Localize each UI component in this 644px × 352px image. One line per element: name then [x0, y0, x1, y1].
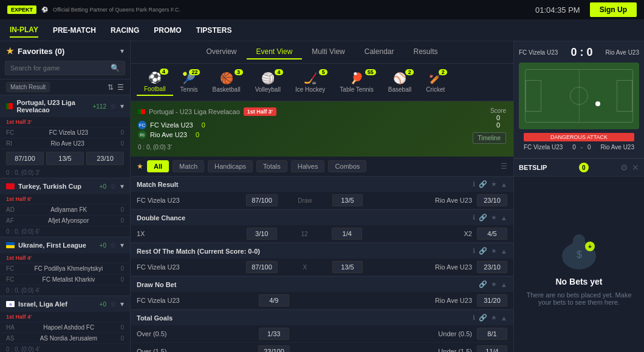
no-bets-desc: There are no bets placed yet. Make your …: [524, 291, 634, 306]
search-input[interactable]: [10, 64, 111, 72]
filter-handicaps[interactable]: Handicaps: [208, 160, 253, 172]
odd-btn-1[interactable]: 87/100: [6, 152, 44, 165]
tab-overview[interactable]: Overview: [196, 45, 246, 59]
banner-live-badge: 1st Half 3': [244, 107, 276, 116]
under-05-odd[interactable]: 8/1: [477, 328, 507, 340]
filter-totals[interactable]: Totals: [256, 160, 287, 172]
collapse-icon-match[interactable]: ▲: [501, 181, 507, 188]
sport-tab-icehockey[interactable]: 🏒 5 Ice Hockey: [288, 69, 332, 95]
nav-item-racing[interactable]: RACING: [111, 24, 139, 37]
collapse-icon-dc[interactable]: ▲: [501, 214, 507, 222]
info-icon-dc[interactable]: ℹ: [473, 214, 475, 222]
odd-rest-1[interactable]: 87/100: [246, 261, 278, 273]
match-result-row: FC Vizela U23 87/100 Draw 13/5 Rio Ave U…: [131, 192, 513, 209]
filter-settings-icon[interactable]: ☰: [501, 162, 507, 171]
league-portugal-header[interactable]: Portugal, U23 Liga Revelacao +112 ☆ ▾: [0, 95, 130, 117]
nav-item-inplay[interactable]: IN-PLAY: [10, 23, 38, 38]
tab-event-view[interactable]: Event View: [247, 45, 303, 59]
sport-tab-tennis[interactable]: 🎾 22 Tennis: [173, 69, 205, 95]
favorite-icon-il[interactable]: ☆: [110, 300, 117, 308]
sport-tab-football[interactable]: ⚽ 4 Football: [137, 69, 173, 96]
odd-mr-2[interactable]: 13/5: [332, 194, 363, 206]
sort-icon[interactable]: ⇅: [108, 83, 114, 92]
over-15-odd[interactable]: 23/100: [258, 345, 290, 352]
collapse-israel-icon[interactable]: ▾: [120, 300, 124, 308]
tab-multi-view[interactable]: Multi View: [302, 45, 354, 59]
sport-tab-baseball[interactable]: ⚾ 2 Baseball: [381, 69, 419, 95]
rest-label2: Rio Ave U23: [363, 263, 472, 271]
totals-title: Total Goals: [137, 314, 173, 322]
league-ukraine-header[interactable]: Ukraine, First League +0 ☆ ▾: [0, 237, 130, 253]
sport-tab-basketball[interactable]: 🏀 3 Basketball: [205, 69, 247, 95]
timeline-button[interactable]: Timeline: [473, 132, 506, 144]
odd-dnb-1[interactable]: 4/9: [259, 294, 289, 306]
betslip-settings-icon[interactable]: ⚙: [620, 163, 628, 172]
link-icon-match[interactable]: 🔗: [479, 180, 487, 188]
odd-btn-3[interactable]: 23/10: [86, 152, 124, 165]
odd-dc-2[interactable]: 1/4: [332, 228, 362, 240]
filter-combos[interactable]: Combos: [328, 160, 366, 172]
filter-all[interactable]: All: [147, 160, 169, 172]
live-badge: 1st Half 3': [6, 119, 32, 125]
betslip-close-icon[interactable]: ✕: [632, 163, 639, 172]
star-icon-dc[interactable]: ★: [491, 214, 497, 222]
settings-icon[interactable]: ☰: [117, 83, 124, 92]
signup-button[interactable]: Sign Up: [590, 2, 637, 17]
sport-tab-cricket[interactable]: 🏏 2 Cricket: [419, 69, 452, 95]
collapse-ukraine-icon[interactable]: ▾: [120, 241, 124, 249]
match-result-filter[interactable]: Match Result: [6, 82, 50, 92]
odd-mr-1[interactable]: 87/100: [246, 194, 278, 206]
collapse-icon-totals[interactable]: ▲: [501, 314, 507, 322]
info-icon-rest[interactable]: ℹ: [473, 247, 475, 255]
collapse-icon-rest[interactable]: ▲: [501, 248, 507, 255]
scoreboard-team1: FC Vizela U23: [519, 49, 558, 56]
odd-btn-2[interactable]: 13/5: [46, 152, 84, 165]
odd-rest-2[interactable]: 13/5: [332, 261, 363, 273]
odd-dc-1[interactable]: 3/10: [247, 228, 277, 240]
nav-bar: IN-PLAY PRE-MATCH RACING PROMO TIPSTERS: [0, 19, 644, 41]
under-15-label: Under (1.5): [351, 348, 472, 352]
link-icon-dnb[interactable]: 🔗: [479, 280, 487, 288]
link-icon-dc[interactable]: 🔗: [479, 214, 487, 222]
scoreboard: FC Vizela U23 0 : 0 Rio Ave U23 DANGEROU…: [514, 41, 644, 158]
nav-item-tipsters[interactable]: TIPSTERS: [196, 24, 232, 37]
star-icon-rest[interactable]: ★: [491, 247, 497, 255]
sport-tab-volleyball[interactable]: 🏐 4 Volleyball: [248, 69, 288, 95]
nav-item-promo[interactable]: PROMO: [154, 24, 181, 37]
collapse-turkey-icon[interactable]: ▾: [120, 182, 124, 191]
odd-rest-3[interactable]: 23/10: [477, 261, 507, 273]
svg-point-2: [573, 234, 585, 246]
collapse-icon-dnb[interactable]: ▲: [501, 281, 507, 288]
info-icon-totals[interactable]: ℹ: [473, 314, 475, 322]
filter-match[interactable]: Match: [173, 160, 204, 172]
team1-name-ua: FC Podillya Khmelnytskyi: [34, 265, 103, 272]
match-team1-ua: FC FC Podillya Khmelnytskyi 0: [0, 263, 130, 274]
favorite-icon[interactable]: ☆: [110, 102, 117, 110]
league-portugal-info: Portugal, U23 Liga Revelacao: [6, 99, 92, 113]
odd-dnb-2[interactable]: 31/20: [477, 294, 507, 306]
favorite-icon-ua[interactable]: ☆: [110, 241, 117, 249]
over-05-odd[interactable]: 1/33: [259, 328, 289, 340]
league-israel-header[interactable]: ✡ Israel, Liga Alef +0 ☆ ▾: [0, 296, 130, 312]
filter-halves[interactable]: Halves: [291, 160, 325, 172]
odd-mr-3[interactable]: 23/10: [477, 194, 507, 206]
under-15-odd[interactable]: 11/4: [477, 345, 507, 352]
star-icon-totals[interactable]: ★: [491, 314, 497, 322]
tabletennis-count: 55: [365, 69, 376, 75]
favorite-icon-tr[interactable]: ☆: [110, 182, 117, 191]
collapse-league-icon[interactable]: ▾: [120, 102, 124, 110]
tab-calendar[interactable]: Calendar: [355, 45, 404, 59]
link-icon-totals[interactable]: 🔗: [479, 314, 487, 322]
banner-team2: RI Rio Ave U23 0: [138, 130, 276, 139]
sport-tab-tabletennis[interactable]: 🏓 55 Table Tennis: [332, 69, 380, 95]
logo: EXPEKT: [7, 5, 36, 14]
nav-item-prematch[interactable]: PRE-MATCH: [53, 24, 96, 37]
league-turkey-header[interactable]: Turkey, Turkish Cup +0 ☆ ▾: [0, 178, 130, 194]
star-icon-dnb[interactable]: ★: [491, 280, 497, 288]
info-icon-match[interactable]: ℹ: [473, 180, 475, 188]
star-icon-match[interactable]: ★: [491, 180, 497, 188]
tab-results[interactable]: Results: [403, 45, 447, 59]
collapse-icon[interactable]: ▾: [120, 47, 124, 55]
odd-dc-3[interactable]: 4/5: [477, 228, 507, 240]
link-icon-rest[interactable]: 🔗: [479, 247, 487, 255]
